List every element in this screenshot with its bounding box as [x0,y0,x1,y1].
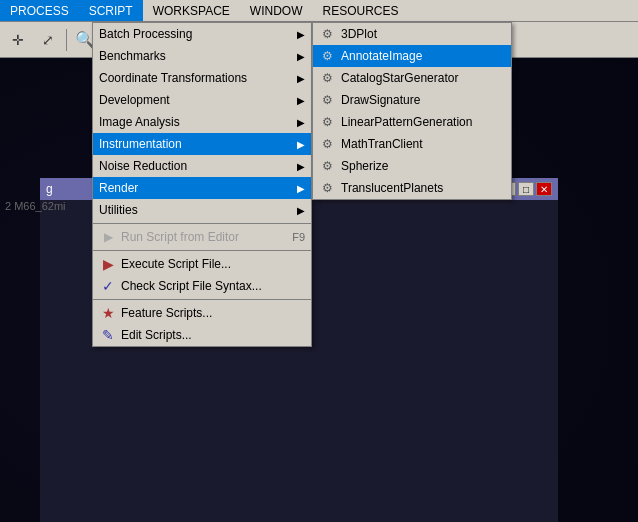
edit-scripts-label: Edit Scripts... [121,328,192,342]
feature-icon: ★ [99,305,117,321]
arrow-icon: ▶ [297,161,305,172]
3dplot-label: 3DPlot [341,27,377,41]
menu-benchmarks[interactable]: Benchmarks ▶ [93,45,311,67]
gear-icon-annotate: ⚙ [319,48,335,64]
run-script-icon: ▶ [99,229,117,245]
feature-scripts-label: Feature Scripts... [121,306,212,320]
noise-reduction-label: Noise Reduction [99,159,187,173]
translucent-planets-label: TranslucentPlanets [341,181,443,195]
menu-batch-processing[interactable]: Batch Processing ▶ [93,23,311,45]
menu-process[interactable]: PROCESS [0,0,79,21]
render-submenu: ⚙ 3DPlot ⚙ AnnotateImage ⚙ CatalogStarGe… [312,22,512,200]
menu-resources[interactable]: RESOURCES [312,0,408,21]
submenu-translucent-planets[interactable]: ⚙ TranslucentPlanets [313,177,511,199]
arrow-icon: ▶ [297,139,305,150]
gear-icon-linear: ⚙ [319,114,335,130]
submenu-draw-signature[interactable]: ⚙ DrawSignature [313,89,511,111]
script-menu: Batch Processing ▶ Benchmarks ▶ Coordina… [92,22,312,347]
menu-edit-scripts[interactable]: ✎ Edit Scripts... [93,324,311,346]
gear-icon-mathtran: ⚙ [319,136,335,152]
mathtran-label: MathTranClient [341,137,423,151]
menu-separator-3 [93,299,311,300]
menubar: PROCESS SCRIPT WORKSPACE WINDOW RESOURCE… [0,0,638,22]
arrow-icon: ▶ [297,29,305,40]
submenu-catalog-star[interactable]: ⚙ CatalogStarGenerator [313,67,511,89]
menu-image-analysis[interactable]: Image Analysis ▶ [93,111,311,133]
submenu-3dplot[interactable]: ⚙ 3DPlot [313,23,511,45]
menu-development[interactable]: Development ▶ [93,89,311,111]
menu-script[interactable]: SCRIPT [79,0,143,21]
linear-pattern-label: LinearPatternGeneration [341,115,472,129]
check-syntax-label: Check Script File Syntax... [121,279,262,293]
utilities-label: Utilities [99,203,138,217]
image-analysis-label: Image Analysis [99,115,180,129]
submenu-linear-pattern[interactable]: ⚙ LinearPatternGeneration [313,111,511,133]
menu-feature-scripts[interactable]: ★ Feature Scripts... [93,302,311,324]
check-icon: ✓ [99,278,117,294]
edit-icon: ✎ [99,327,117,343]
catalog-star-label: CatalogStarGenerator [341,71,458,85]
arrow-icon: ▶ [297,95,305,106]
menu-window[interactable]: WINDOW [240,0,313,21]
image-title: g [46,182,53,196]
menu-utilities[interactable]: Utilities ▶ [93,199,311,221]
menu-render[interactable]: Render ▶ [93,177,311,199]
arrow-icon: ▶ [297,205,305,216]
expand-button[interactable]: ⤢ [34,26,62,54]
development-label: Development [99,93,170,107]
submenu-annotate-image[interactable]: ⚙ AnnotateImage [313,45,511,67]
menu-instrumentation[interactable]: Instrumentation ▶ [93,133,311,155]
spherize-label: Spherize [341,159,388,173]
arrow-icon: ▶ [297,183,305,194]
execute-icon: ▶ [99,256,117,272]
menu-noise-reduction[interactable]: Noise Reduction ▶ [93,155,311,177]
arrow-icon: ▶ [297,73,305,84]
menu-run-script: ▶ Run Script from Editor F9 [93,226,311,248]
draw-signature-label: DrawSignature [341,93,420,107]
image-label: 2 M66_62mi [5,200,66,212]
gear-icon-draw: ⚙ [319,92,335,108]
close-button[interactable]: ✕ [536,182,552,196]
menu-execute-script[interactable]: ▶ Execute Script File... [93,253,311,275]
arrow-icon: ▶ [297,51,305,62]
gear-icon-spherize: ⚙ [319,158,335,174]
submenu-mathtran[interactable]: ⚙ MathTranClient [313,133,511,155]
run-script-shortcut: F9 [292,231,305,243]
instrumentation-label: Instrumentation [99,137,182,151]
coord-transforms-label: Coordinate Transformations [99,71,247,85]
add-button[interactable]: ✛ [4,26,32,54]
gear-icon-translucent: ⚙ [319,180,335,196]
menu-workspace[interactable]: WORKSPACE [143,0,240,21]
render-label: Render [99,181,138,195]
toolbar-sep-1 [66,29,67,51]
execute-script-label: Execute Script File... [121,257,231,271]
menu-coord-transforms[interactable]: Coordinate Transformations ▶ [93,67,311,89]
menu-check-syntax[interactable]: ✓ Check Script File Syntax... [93,275,311,297]
annotate-image-label: AnnotateImage [341,49,422,63]
benchmarks-label: Benchmarks [99,49,166,63]
maximize-button[interactable]: □ [518,182,534,196]
submenu-spherize[interactable]: ⚙ Spherize [313,155,511,177]
gear-icon-catalog: ⚙ [319,70,335,86]
arrow-icon: ▶ [297,117,305,128]
run-script-label: Run Script from Editor [121,230,239,244]
menu-separator-2 [93,250,311,251]
menu-separator-1 [93,223,311,224]
batch-processing-label: Batch Processing [99,27,192,41]
gear-icon-3dplot: ⚙ [319,26,335,42]
